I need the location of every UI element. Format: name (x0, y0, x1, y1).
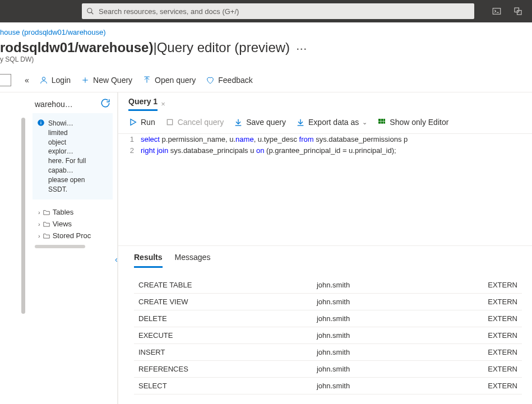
show-only-editor-button[interactable]: Show only Editor (377, 118, 448, 127)
svg-rect-5 (517, 11, 522, 15)
table-row[interactable]: SELECTjohn.smithEXTERN (134, 378, 522, 394)
refresh-icon (100, 98, 110, 108)
upload-icon (142, 76, 151, 85)
tree-tables[interactable]: › Tables (33, 206, 113, 218)
cell-perm: SELECT (134, 378, 312, 394)
database-name: warehou… (35, 100, 73, 109)
code-line-1: select p.permission_name, u.name, u.type… (141, 134, 532, 145)
collapse-menu-icon[interactable]: « (25, 76, 29, 85)
cell-perm: DELETE (134, 310, 312, 327)
tree-tables-label: Tables (53, 208, 74, 216)
folder-icon (43, 208, 50, 216)
page-title: rodsqldw01/warehouse) | Query editor (pr… (0, 36, 532, 55)
page-scrollbar[interactable] (21, 118, 25, 314)
export-label: Export data as (308, 118, 359, 127)
new-query-button[interactable]: New Query (81, 76, 132, 85)
cell-user: john.smith (312, 310, 483, 327)
export-data-button[interactable]: Export data as ⌄ (296, 118, 367, 127)
editor-pane: ‹ Query 1 × Run Cancel query Save query (118, 92, 532, 404)
run-button[interactable]: Run (128, 118, 155, 127)
cell-user: john.smith (312, 327, 483, 344)
login-label: Login (52, 76, 71, 85)
cell-user: john.smith (312, 294, 483, 310)
heart-icon (206, 76, 215, 85)
sql-code-editor[interactable]: 1 select p.permission_name, u.name, u.ty… (118, 133, 532, 245)
svg-rect-13 (40, 121, 41, 122)
cell-user: john.smith (312, 378, 483, 394)
download-icon (296, 118, 305, 127)
play-icon (128, 118, 137, 127)
pin-button[interactable] (0, 74, 11, 86)
table-row[interactable]: DELETEjohn.smithEXTERN (134, 310, 522, 327)
results-pane: Results Messages CREATE TABLEjohn.smithE… (118, 245, 532, 394)
results-tab[interactable]: Results (134, 253, 163, 268)
svg-rect-20 (378, 119, 381, 121)
cell-perm: REFERENCES (134, 361, 312, 378)
table-row[interactable]: CREATE TABLEjohn.smithEXTERN (134, 277, 522, 294)
table-row[interactable]: REFERENCESjohn.smithEXTERN (134, 361, 522, 378)
refresh-button[interactable] (100, 98, 110, 110)
command-bar: « Login New Query Open query Feedback (0, 68, 532, 92)
cell-type: EXTERN (483, 277, 522, 294)
svg-rect-24 (381, 122, 383, 124)
info-icon (37, 119, 45, 194)
line-number: 2 (118, 145, 141, 156)
save-query-button[interactable]: Save query (234, 118, 286, 127)
svg-rect-25 (384, 122, 386, 124)
chevron-right-icon: › (38, 209, 40, 216)
tree-views[interactable]: › Views (33, 218, 113, 230)
save-label: Save query (246, 118, 286, 127)
svg-rect-21 (381, 119, 383, 121)
table-row[interactable]: CREATE VIEWjohn.smithEXTERN (134, 294, 522, 310)
run-label: Run (141, 118, 155, 127)
folder-icon (43, 220, 50, 228)
messages-tab[interactable]: Messages (175, 253, 211, 268)
cancel-query-button[interactable]: Cancel query (165, 118, 224, 127)
cell-type: EXTERN (483, 327, 522, 344)
line-number: 1 (118, 134, 141, 145)
tree-views-label: Views (53, 220, 72, 228)
open-query-button[interactable]: Open query (142, 76, 196, 85)
svg-rect-23 (378, 122, 381, 124)
feedback-button[interactable]: Feedback (206, 76, 252, 85)
cell-type: EXTERN (483, 361, 522, 378)
login-button[interactable]: Login (39, 76, 71, 85)
title-resource: rodsqldw01/warehouse) (0, 40, 153, 55)
download-icon (234, 118, 243, 127)
cell-user: john.smith (312, 277, 483, 294)
top-navigation-bar: Search resources, services, and docs (G+… (0, 0, 532, 22)
cloud-shell-icon[interactable] (492, 6, 502, 16)
svg-rect-22 (384, 119, 386, 121)
chevron-right-icon: › (38, 221, 40, 227)
svg-marker-14 (131, 119, 136, 126)
chevron-down-icon: ⌄ (362, 119, 367, 126)
plus-icon (81, 76, 90, 85)
svg-point-6 (42, 77, 45, 80)
global-search-input[interactable]: Search resources, services, and docs (G+… (82, 3, 474, 19)
cell-perm: CREATE TABLE (134, 277, 312, 294)
cell-type: EXTERN (483, 310, 522, 327)
cell-perm: CREATE VIEW (134, 294, 312, 310)
close-tab-icon[interactable]: × (161, 100, 165, 108)
chevron-right-icon: › (38, 233, 40, 239)
svg-rect-4 (515, 8, 519, 12)
tree-stored-procedures[interactable]: › Stored Proc (33, 230, 113, 242)
cell-type: EXTERN (483, 344, 522, 361)
breadcrumb[interactable]: house (prodsqldw01/warehouse) (0, 22, 532, 36)
sidebar-horizontal-scrollbar[interactable] (35, 245, 85, 248)
info-text: Showi… limited object explor… here. For … (48, 119, 87, 194)
collapse-sidebar-handle[interactable]: ‹ (115, 255, 118, 264)
notifications-icon[interactable] (513, 6, 523, 16)
cell-type: EXTERN (483, 378, 522, 394)
cancel-label: Cancel query (178, 118, 224, 127)
svg-rect-12 (40, 122, 41, 124)
query-tab[interactable]: Query 1 (128, 97, 158, 111)
title-page: Query editor (preview) (157, 40, 290, 55)
new-query-label: New Query (93, 76, 132, 85)
more-icon[interactable]: ··· (297, 44, 307, 54)
svg-point-0 (87, 8, 92, 13)
table-row[interactable]: INSERTjohn.smithEXTERN (134, 344, 522, 361)
cell-perm: EXECUTE (134, 327, 312, 344)
open-query-label: Open query (155, 76, 196, 85)
table-row[interactable]: EXECUTEjohn.smithEXTERN (134, 327, 522, 344)
